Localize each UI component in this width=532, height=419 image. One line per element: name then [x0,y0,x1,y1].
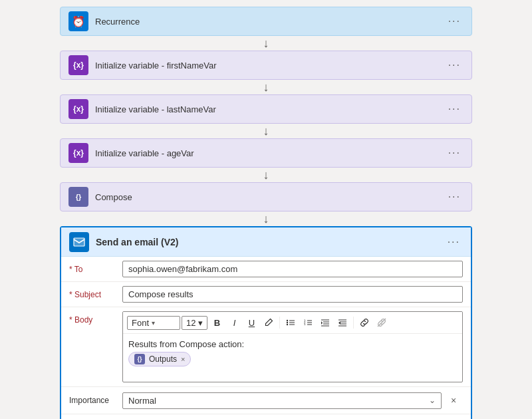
number-list-button[interactable]: 1. 2. 3. [300,315,316,331]
svg-point-2 [287,320,288,321]
flow-container: ⏰ Recurrence ··· ↓ {x} Initialize variab… [60,7,472,419]
editor-content[interactable]: Results from Compose action: {} Outputs … [123,334,462,374]
compose-icon: {} [68,187,88,207]
token-label: Outputs [149,354,177,364]
font-size-label: 12 [186,318,196,328]
importance-value: Normal [128,396,429,406]
importance-label: Importance [69,396,122,405]
subject-field: Subject [61,282,471,307]
step-firstname-menu[interactable]: ··· [446,57,464,74]
arrow-4: ↓ [60,168,472,182]
toolbar-separator-1 [279,317,280,329]
step-compose-title: Compose [95,192,446,202]
to-field: To [61,257,471,282]
italic-button[interactable]: I [226,315,242,331]
underline-button[interactable]: U [243,315,259,331]
svg-text:3.: 3. [304,323,306,326]
step-compose[interactable]: {} Compose ··· [60,182,472,211]
svg-marker-23 [338,321,340,325]
outdent-button[interactable] [334,315,350,331]
pen-button[interactable] [261,315,277,331]
step-compose-menu[interactable]: ··· [446,188,464,206]
svg-rect-0 [74,238,84,246]
email-header-title: Send an email (V2) [96,237,445,247]
body-field: Body Font ▾ 12 ▾ B I U [61,307,471,387]
svg-point-3 [287,322,288,323]
body-editor: Font ▾ 12 ▾ B I U [122,311,463,382]
svg-marker-18 [321,321,323,325]
editor-text: Results from Compose action: [128,339,457,349]
step-recurrence-title: Recurrence [95,17,446,27]
step-age-menu[interactable]: ··· [446,144,464,162]
step-recurrence[interactable]: ⏰ Recurrence ··· [60,7,472,36]
subject-input[interactable] [122,286,463,303]
importance-arrow: ⌄ [429,396,436,405]
email-card: Send an email (V2) ··· To Subject Body [60,226,472,419]
indent-button[interactable] [317,315,333,331]
step-lastname-title: Initialize variable - lastNameVar [95,104,446,114]
firstname-icon: {x} [68,55,88,75]
step-age[interactable]: {x} Initialize variable - ageVar ··· [60,138,472,168]
step-firstname-title: Initialize variable - firstNameVar [95,61,446,70]
font-select[interactable]: Font ▾ [127,316,180,330]
step-firstname[interactable]: {x} Initialize variable - firstNameVar ·… [60,51,472,80]
arrow-3: ↓ [60,124,472,138]
link-button[interactable] [356,315,372,331]
email-body: To Subject Body Font ▾ [61,257,471,419]
arrow-5: ↓ [60,211,472,226]
outputs-token: {} Outputs × [128,352,191,366]
bullet-list-button[interactable] [283,315,299,331]
token-icon: {} [134,354,145,364]
font-size-arrow: ▾ [198,318,203,328]
importance-field: Importance Normal ⌄ × [61,387,471,414]
step-lastname-menu[interactable]: ··· [446,100,464,118]
email-header-icon [69,232,89,252]
font-size-select[interactable]: 12 ▾ [182,316,207,330]
font-select-arrow: ▾ [152,319,155,327]
lastname-icon: {x} [68,99,88,119]
arrow-2: ↓ [60,80,472,94]
unlink-button[interactable] [374,315,390,331]
body-label: Body [69,311,122,382]
step-lastname[interactable]: {x} Initialize variable - lastNameVar ··… [60,94,472,124]
body-toolbar: Font ▾ 12 ▾ B I U [123,312,462,334]
toolbar-separator-2 [353,317,354,329]
age-icon: {x} [68,143,88,163]
subject-label: Subject [69,290,122,299]
to-input[interactable] [122,261,463,277]
add-param[interactable]: Add new parameter ⌄ [61,414,471,419]
importance-select[interactable]: Normal ⌄ [122,392,442,409]
token-close[interactable]: × [181,355,185,363]
arrow-1: ↓ [60,36,472,51]
importance-clear-button[interactable]: × [444,391,463,410]
email-header[interactable]: Send an email (V2) ··· [61,227,471,257]
step-recurrence-menu[interactable]: ··· [446,13,464,30]
to-label: To [69,265,122,274]
recurrence-icon: ⏰ [68,11,88,31]
bold-button[interactable]: B [209,315,225,331]
email-menu[interactable]: ··· [445,233,463,251]
step-age-title: Initialize variable - ageVar [95,148,446,158]
svg-point-4 [287,324,288,325]
font-select-label: Font [132,318,149,328]
